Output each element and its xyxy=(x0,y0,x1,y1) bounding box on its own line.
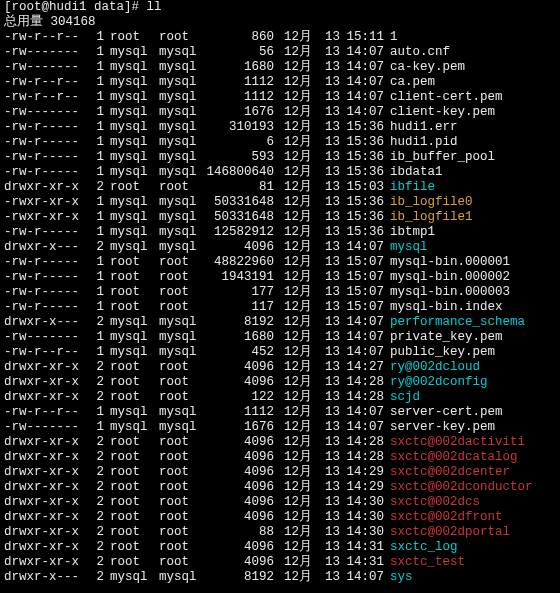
list-item: drwxr-xr-x2rootroot409612月1314:28sxctc@0… xyxy=(4,435,556,450)
month-col: 12月 xyxy=(274,390,312,405)
list-item: -rw-------1mysqlmysql5612月1314:07auto.cn… xyxy=(4,45,556,60)
day-col: 13 xyxy=(312,45,340,60)
perm-col: -rw-r----- xyxy=(4,120,89,135)
perm-col: -rw-r----- xyxy=(4,135,89,150)
day-col: 13 xyxy=(312,405,340,420)
size-col: 4096 xyxy=(204,435,274,450)
perm-col: drwxr-xr-x xyxy=(4,495,89,510)
filename: 1 xyxy=(384,30,398,45)
owner-col: mysql xyxy=(104,150,155,165)
day-col: 13 xyxy=(312,300,340,315)
group-col: mysql xyxy=(155,570,204,585)
perm-col: drwxr-xr-x xyxy=(4,480,89,495)
terminal-output: { "prompt": "[root@hudi1 data]# ll", "to… xyxy=(0,0,560,589)
perm-col: -rw-r----- xyxy=(4,225,89,240)
group-col: root xyxy=(155,555,204,570)
links-col: 2 xyxy=(89,360,104,375)
day-col: 13 xyxy=(312,75,340,90)
links-col: 2 xyxy=(89,495,104,510)
month-col: 12月 xyxy=(274,270,312,285)
links-col: 1 xyxy=(89,75,104,90)
perm-col: drwxr-xr-x xyxy=(4,360,89,375)
size-col: 1676 xyxy=(204,420,274,435)
perm-col: -rw------- xyxy=(4,420,89,435)
group-col: root xyxy=(155,495,204,510)
links-col: 1 xyxy=(89,30,104,45)
time-col: 15:07 xyxy=(340,285,384,300)
month-col: 12月 xyxy=(274,300,312,315)
links-col: 2 xyxy=(89,435,104,450)
time-col: 14:07 xyxy=(340,330,384,345)
perm-col: -rw------- xyxy=(4,45,89,60)
time-col: 15:03 xyxy=(340,180,384,195)
owner-col: root xyxy=(104,480,155,495)
day-col: 13 xyxy=(312,225,340,240)
links-col: 1 xyxy=(89,255,104,270)
owner-col: mysql xyxy=(104,345,155,360)
list-item: -rw-r-----1mysqlmysql1258291212月1315:36i… xyxy=(4,225,556,240)
list-item: -rw-r--r--1mysqlmysql111212月1314:07ca.pe… xyxy=(4,75,556,90)
list-item: -rw-r-----1rootroot194319112月1315:07mysq… xyxy=(4,270,556,285)
month-col: 12月 xyxy=(274,60,312,75)
month-col: 12月 xyxy=(274,420,312,435)
day-col: 13 xyxy=(312,450,340,465)
day-col: 13 xyxy=(312,270,340,285)
list-item: drwxr-xr-x2rootroot409612月1314:31sxctc_t… xyxy=(4,555,556,570)
time-col: 15:11 xyxy=(340,30,384,45)
links-col: 1 xyxy=(89,195,104,210)
filename: mysql-bin.000003 xyxy=(384,285,510,300)
size-col: 4096 xyxy=(204,510,274,525)
list-item: drwxr-xr-x2rootroot12212月1314:28scjd xyxy=(4,390,556,405)
links-col: 1 xyxy=(89,45,104,60)
perm-col: -rwxr-xr-x xyxy=(4,195,89,210)
day-col: 13 xyxy=(312,540,340,555)
links-col: 2 xyxy=(89,540,104,555)
group-col: root xyxy=(155,390,204,405)
time-col: 14:28 xyxy=(340,375,384,390)
filename: client-cert.pem xyxy=(384,90,503,105)
list-item: -rw-r-----1rootroot17712月1315:07mysql-bi… xyxy=(4,285,556,300)
day-col: 13 xyxy=(312,255,340,270)
perm-col: drwxr-x--- xyxy=(4,240,89,255)
month-col: 12月 xyxy=(274,255,312,270)
filename: ib_logfile1 xyxy=(384,210,473,225)
perm-col: -rw-r----- xyxy=(4,255,89,270)
list-item: -rw-r--r--1rootroot86012月1315:111 xyxy=(4,30,556,45)
owner-col: mysql xyxy=(104,420,155,435)
group-col: root xyxy=(155,375,204,390)
day-col: 13 xyxy=(312,210,340,225)
filename: ca.pem xyxy=(384,75,435,90)
filename: server-cert.pem xyxy=(384,405,503,420)
size-col: 1112 xyxy=(204,405,274,420)
perm-col: drwxr-x--- xyxy=(4,570,89,585)
day-col: 13 xyxy=(312,135,340,150)
links-col: 2 xyxy=(89,525,104,540)
size-col: 1112 xyxy=(204,90,274,105)
perm-col: -rwxr-xr-x xyxy=(4,210,89,225)
perm-col: drwxr-xr-x xyxy=(4,435,89,450)
size-col: 117 xyxy=(204,300,274,315)
time-col: 15:07 xyxy=(340,300,384,315)
list-item: -rw-r-----1rootroot4882296012月1315:07mys… xyxy=(4,255,556,270)
time-col: 15:36 xyxy=(340,225,384,240)
perm-col: drwxr-xr-x xyxy=(4,375,89,390)
owner-col: mysql xyxy=(104,135,155,150)
group-col: mysql xyxy=(155,105,204,120)
group-col: root xyxy=(155,435,204,450)
links-col: 2 xyxy=(89,375,104,390)
size-col: 1943191 xyxy=(204,270,274,285)
list-item: drwxr-xr-x2rootroot409612月1314:29sxctc@0… xyxy=(4,465,556,480)
list-item: drwxr-xr-x2rootroot409612月1314:30sxctc@0… xyxy=(4,495,556,510)
group-col: mysql xyxy=(155,60,204,75)
list-item: drwxr-x---2mysqlmysql409612月1314:07mysql xyxy=(4,240,556,255)
month-col: 12月 xyxy=(274,555,312,570)
owner-col: root xyxy=(104,465,155,480)
group-col: root xyxy=(155,30,204,45)
size-col: 48822960 xyxy=(204,255,274,270)
group-col: mysql xyxy=(155,225,204,240)
perm-col: -rw-r--r-- xyxy=(4,90,89,105)
owner-col: root xyxy=(104,450,155,465)
total-line: 总用量 304168 xyxy=(4,15,556,30)
month-col: 12月 xyxy=(274,210,312,225)
filename: hudi1.err xyxy=(384,120,458,135)
